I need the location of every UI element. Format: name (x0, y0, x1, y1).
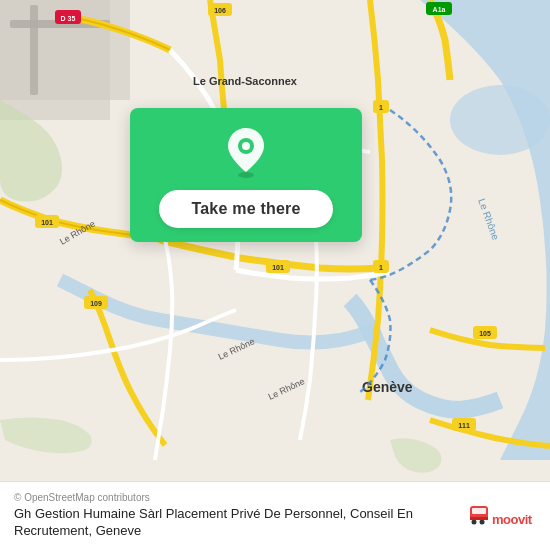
map-background: D 35 106 A1a 101 101 1 1 109 105 111 Le … (0, 0, 550, 550)
svg-point-34 (242, 142, 250, 150)
svg-point-37 (472, 519, 477, 524)
svg-rect-39 (470, 517, 488, 520)
moovit-logo: moovit (468, 498, 536, 534)
svg-text:1: 1 (379, 104, 383, 111)
svg-text:Le Grand-Saconnex: Le Grand-Saconnex (193, 75, 298, 87)
map-container: D 35 106 A1a 101 101 1 1 109 105 111 Le … (0, 0, 550, 550)
svg-text:A1a: A1a (433, 6, 446, 13)
info-text-block: © OpenStreetMap contributors Gh Gestion … (14, 492, 456, 540)
svg-point-1 (450, 85, 550, 155)
svg-point-38 (480, 519, 485, 524)
pin-icon (224, 126, 268, 178)
svg-text:moovit: moovit (492, 512, 533, 527)
svg-rect-5 (30, 5, 38, 95)
svg-text:101: 101 (41, 219, 53, 226)
location-card: Take me there (130, 108, 362, 242)
svg-rect-36 (472, 508, 486, 514)
svg-text:1: 1 (379, 264, 383, 271)
svg-text:101: 101 (272, 264, 284, 271)
svg-text:106: 106 (214, 7, 226, 14)
copyright-text: © OpenStreetMap contributors (14, 492, 456, 503)
svg-text:105: 105 (479, 330, 491, 337)
svg-point-32 (238, 172, 254, 178)
svg-text:109: 109 (90, 300, 102, 307)
take-me-there-button[interactable]: Take me there (159, 190, 332, 228)
svg-text:D 35: D 35 (61, 15, 76, 22)
moovit-logo-svg: moovit (468, 498, 536, 534)
svg-text:111: 111 (458, 422, 470, 429)
info-bar: © OpenStreetMap contributors Gh Gestion … (0, 481, 550, 550)
location-name: Gh Gestion Humaine Sàrl Placement Privé … (14, 505, 456, 540)
